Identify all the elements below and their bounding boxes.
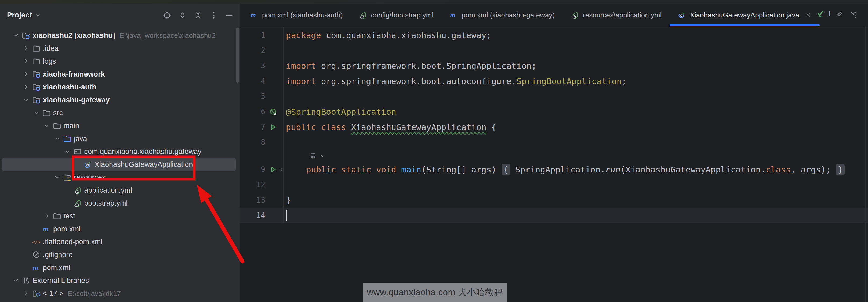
chevron-right-icon <box>23 58 30 65</box>
code-line: 2 <box>240 43 868 58</box>
tree-item-application-yml[interactable]: application.yml <box>0 184 240 197</box>
code-segment <box>286 165 306 174</box>
editor-scroll-strip <box>865 26 866 302</box>
code-line: 4import org.springframework.boot.autocon… <box>240 73 868 89</box>
expand-all-button[interactable] <box>178 11 187 20</box>
tree-item-path: E:\soft\java\jdk17 <box>68 290 121 298</box>
code-segment: public class <box>286 122 346 132</box>
code-editor[interactable]: 1package com.quanxiaoha.xiaohashu.gatewa… <box>240 26 868 302</box>
code-segment: } <box>286 195 291 205</box>
ignore-icon <box>31 248 41 261</box>
editor-tab-bar: mpom.xml (xiaohashu-auth)config\bootstra… <box>240 4 868 26</box>
previous-problem-button[interactable] <box>836 9 844 18</box>
ai-inlay-hint[interactable] <box>309 151 326 160</box>
chevron-down-icon[interactable] <box>35 12 41 19</box>
tree-item-main[interactable]: main <box>0 119 240 132</box>
library-icon <box>21 274 31 287</box>
folder-java-icon <box>62 132 72 145</box>
chevron-down-icon[interactable] <box>52 171 62 184</box>
line-number: 2 <box>240 46 267 55</box>
project-panel-title[interactable]: Project <box>7 11 32 19</box>
tree-item-xiaoha-framework[interactable]: xiaoha-framework <box>0 68 240 81</box>
tab-label: XiaohashuGatewayApplication.java <box>690 11 799 19</box>
tree-item-flattened-pom-xml[interactable]: </>.flattened-pom.xml <box>0 235 240 248</box>
tab-pom-xml-xiaohashu-gateway[interactable]: mpom.xml (xiaohashu-gateway) <box>441 4 563 26</box>
tree-item-label: .gitignore <box>43 251 73 259</box>
line-number: 6 <box>240 107 267 116</box>
watermark: www.quanxiaoha.com 犬小哈教程 <box>363 283 507 302</box>
tree-item-label: External Libraries <box>32 276 89 285</box>
xml-icon: </> <box>32 238 40 246</box>
tab-resources-application-yml[interactable]: resources\application.yml <box>563 4 670 26</box>
tree-item-test[interactable]: test <box>0 210 240 222</box>
chevron-down-icon[interactable] <box>31 107 42 119</box>
module-icon <box>32 70 40 79</box>
code-segment: run <box>606 165 620 174</box>
tree-item-gitignore[interactable]: .gitignore <box>0 248 240 261</box>
chevron-down-icon[interactable] <box>52 132 62 145</box>
chevron-down-icon <box>12 32 19 39</box>
tree-item-xiaohashu-gateway[interactable]: xiaohashu-gateway <box>0 93 240 107</box>
collapse-all-button[interactable] <box>193 11 203 20</box>
tree-item-bootstrap-yml[interactable]: bootstrap.yml <box>0 197 240 210</box>
boot-class-icon <box>84 160 92 169</box>
chevron-right-icon[interactable] <box>21 287 31 300</box>
tab-xiaohashugatewayapplication-java[interactable]: XiaohashuGatewayApplication.java <box>670 4 820 26</box>
tool-window-options-button[interactable] <box>209 11 218 20</box>
tree-item-xiaohashu-auth[interactable]: xiaohashu-auth <box>0 81 240 93</box>
scrollbar-thumb[interactable] <box>236 28 239 83</box>
tree-item-idea[interactable]: .idea <box>0 42 240 55</box>
inspection-widget[interactable]: 1 <box>816 9 857 19</box>
module-icon <box>32 96 40 104</box>
package-icon <box>73 145 83 158</box>
close-tab-button[interactable] <box>805 11 812 19</box>
run-gutter-button[interactable] <box>269 123 277 131</box>
chevron-down-icon[interactable] <box>42 119 52 132</box>
next-problem-button[interactable] <box>849 9 857 18</box>
minimize-icon <box>225 11 234 20</box>
tree-item-17[interactable]: < 17 >E:\soft\java\jdk17 <box>0 287 240 300</box>
tree-item-xiaohashugatewayapplication[interactable]: XiaohashuGatewayApplication <box>2 158 236 171</box>
chevron-right-icon[interactable] <box>21 81 31 93</box>
code-segment: org.springframework.boot.autoconfigure. <box>316 76 517 86</box>
select-opened-file-button[interactable] <box>162 11 172 20</box>
ai-inlay-icon <box>309 151 318 160</box>
chevron-down-icon <box>849 9 857 17</box>
chevron-right-icon[interactable] <box>21 42 31 55</box>
maven-icon: m <box>42 222 51 235</box>
tree-item-com-quanxiaoha-xiaohashu-gateway[interactable]: com.quanxiaoha.xiaohashu.gateway <box>0 145 240 158</box>
tab-config-bootstrap-yml[interactable]: config\bootstrap.yml <box>351 4 442 26</box>
tab-pom-xml-xiaohashu-auth[interactable]: mpom.xml (xiaohashu-auth) <box>242 4 351 26</box>
tree-item-pom-xml[interactable]: mpom.xml <box>0 261 240 274</box>
code-text <box>283 177 868 192</box>
tree-item-java[interactable]: java <box>0 132 240 145</box>
chevron-down-icon[interactable] <box>10 274 21 287</box>
chevron-right-icon[interactable] <box>21 68 31 81</box>
project-panel-toolbar <box>162 11 234 20</box>
maven-icon: m <box>32 263 40 272</box>
tree-item-pom-xml[interactable]: mpom.xml <box>0 222 240 235</box>
inspections-ok-icon <box>816 9 825 19</box>
tree-item-src[interactable]: src <box>0 107 240 119</box>
folder-resources-icon <box>63 173 71 182</box>
hide-tool-window-button[interactable] <box>225 11 234 20</box>
chevron-down-icon[interactable] <box>62 145 73 158</box>
chevron-right-icon[interactable] <box>42 210 52 222</box>
tree-item-resources[interactable]: resources <box>0 171 240 184</box>
chevron-down-icon[interactable] <box>21 93 31 107</box>
tree-item-label: < 17 > <box>43 290 64 298</box>
tree-item-external-libraries[interactable]: External Libraries <box>0 274 240 287</box>
run-icon <box>269 123 277 131</box>
chevron-right-icon[interactable] <box>21 55 31 68</box>
module-icon <box>31 81 41 93</box>
spring-config-icon <box>571 11 579 19</box>
chevron-down-icon[interactable] <box>10 29 21 42</box>
tree-item-logs[interactable]: logs <box>0 55 240 68</box>
svg-text:</>: </> <box>32 240 40 245</box>
tree-item-label: com.quanxiaoha.xiaohashu.gateway <box>84 148 202 156</box>
run-gutter-button[interactable] <box>269 165 277 174</box>
chevron-right-icon <box>43 213 50 219</box>
tree-item-xiaohashu2-xiaohashu[interactable]: xiaohashu2 [xiaohashu]E:\java_workspace\… <box>0 29 240 42</box>
spring-bean-gutter-icon[interactable] <box>269 108 277 116</box>
code-text: @SpringBootApplication <box>283 104 868 119</box>
